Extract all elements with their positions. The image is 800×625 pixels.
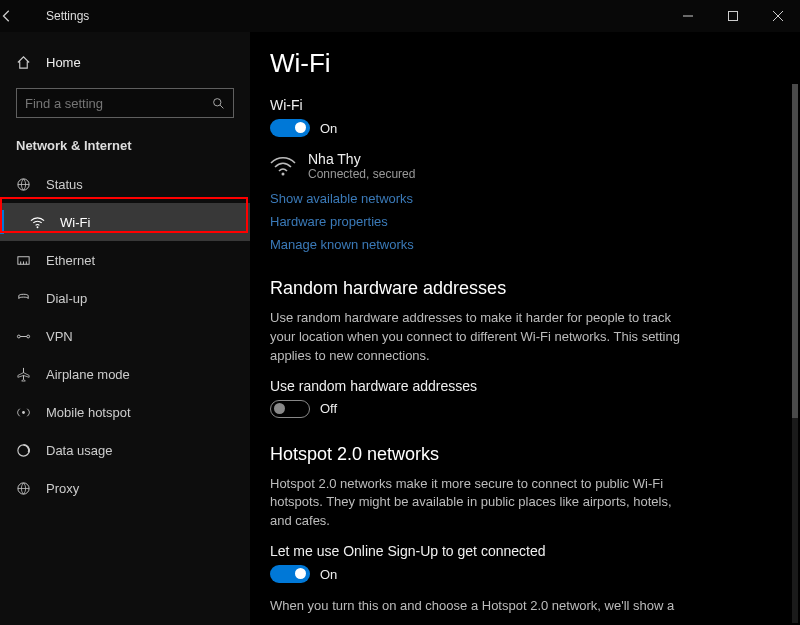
content-pane: Wi-Fi Wi-Fi On Nha Thy Connected, secure… (250, 32, 800, 625)
sidebar-item-status[interactable]: Status (0, 165, 250, 203)
window-title: Settings (46, 9, 89, 23)
link-known-networks[interactable]: Manage known networks (270, 237, 776, 252)
random-hw-heading: Random hardware addresses (270, 278, 776, 299)
sidebar-home[interactable]: Home (0, 42, 250, 82)
wifi-signal-icon (270, 155, 296, 177)
wifi-toggle-state: On (320, 121, 337, 136)
datausage-icon (16, 443, 32, 458)
random-hw-toggle-state: Off (320, 401, 337, 416)
vpn-icon (16, 329, 32, 344)
wifi-icon (30, 215, 46, 230)
maximize-button[interactable] (710, 0, 755, 32)
link-show-networks[interactable]: Show available networks (270, 191, 776, 206)
sidebar-item-label: Wi-Fi (60, 215, 90, 230)
sidebar-item-label: Status (46, 177, 83, 192)
sidebar-item-label: VPN (46, 329, 73, 344)
hotspot-icon (16, 405, 32, 420)
random-hw-toggle[interactable] (270, 400, 310, 418)
svg-point-5 (17, 335, 20, 338)
back-button[interactable] (0, 9, 46, 23)
page-title: Wi-Fi (270, 48, 776, 79)
svg-point-3 (37, 226, 39, 228)
sidebar-item-ethernet[interactable]: Ethernet (0, 241, 250, 279)
close-button[interactable] (755, 0, 800, 32)
status-icon (16, 177, 32, 192)
sidebar-item-label: Data usage (46, 443, 113, 458)
sidebar-item-label: Airplane mode (46, 367, 130, 382)
titlebar: Settings (0, 0, 800, 32)
sidebar-item-datausage[interactable]: Data usage (0, 431, 250, 469)
svg-rect-0 (728, 12, 737, 21)
sidebar-category: Network & Internet (0, 128, 250, 161)
scrollbar[interactable] (792, 84, 798, 623)
current-network[interactable]: Nha Thy Connected, secured (270, 151, 776, 181)
random-hw-toggle-label: Use random hardware addresses (270, 378, 776, 394)
airplane-icon (16, 367, 32, 382)
network-status: Connected, secured (308, 167, 415, 181)
sidebar-item-airplane[interactable]: Airplane mode (0, 355, 250, 393)
sidebar-item-wifi[interactable]: Wi-Fi (0, 203, 250, 241)
sidebar-item-dialup[interactable]: Dial-up (0, 279, 250, 317)
sidebar-nav: Status Wi-Fi Ethernet Dial-up (0, 165, 250, 507)
wifi-label: Wi-Fi (270, 97, 776, 113)
sidebar-item-vpn[interactable]: VPN (0, 317, 250, 355)
selection-accent (0, 210, 4, 234)
svg-point-6 (27, 335, 30, 338)
wifi-toggle[interactable] (270, 119, 310, 137)
link-hardware-properties[interactable]: Hardware properties (270, 214, 776, 229)
hotspot-desc2: When you turn this on and choose a Hotsp… (270, 597, 690, 616)
hotspot-desc: Hotspot 2.0 networks make it more secure… (270, 475, 690, 532)
svg-point-1 (214, 98, 221, 105)
sidebar-home-label: Home (46, 55, 81, 70)
random-hw-desc: Use random hardware addresses to make it… (270, 309, 690, 366)
sidebar: Home Network & Internet Status Wi-Fi (0, 32, 250, 625)
dialup-icon (16, 291, 32, 306)
sidebar-item-label: Proxy (46, 481, 79, 496)
ethernet-icon (16, 253, 32, 268)
sidebar-item-hotspot[interactable]: Mobile hotspot (0, 393, 250, 431)
proxy-icon (16, 481, 32, 496)
search-icon (212, 97, 225, 110)
sidebar-item-proxy[interactable]: Proxy (0, 469, 250, 507)
hotspot-heading: Hotspot 2.0 networks (270, 444, 776, 465)
home-icon (16, 55, 32, 70)
network-name: Nha Thy (308, 151, 415, 167)
svg-point-7 (22, 411, 25, 414)
search-box[interactable] (16, 88, 234, 118)
sidebar-item-label: Mobile hotspot (46, 405, 131, 420)
svg-point-10 (282, 173, 285, 176)
search-input[interactable] (25, 96, 212, 111)
minimize-button[interactable] (665, 0, 710, 32)
hotspot-toggle-label: Let me use Online Sign-Up to get connect… (270, 543, 776, 559)
hotspot-toggle[interactable] (270, 565, 310, 583)
sidebar-item-label: Ethernet (46, 253, 95, 268)
scrollbar-thumb[interactable] (792, 84, 798, 418)
hotspot-toggle-state: On (320, 567, 337, 582)
sidebar-item-label: Dial-up (46, 291, 87, 306)
